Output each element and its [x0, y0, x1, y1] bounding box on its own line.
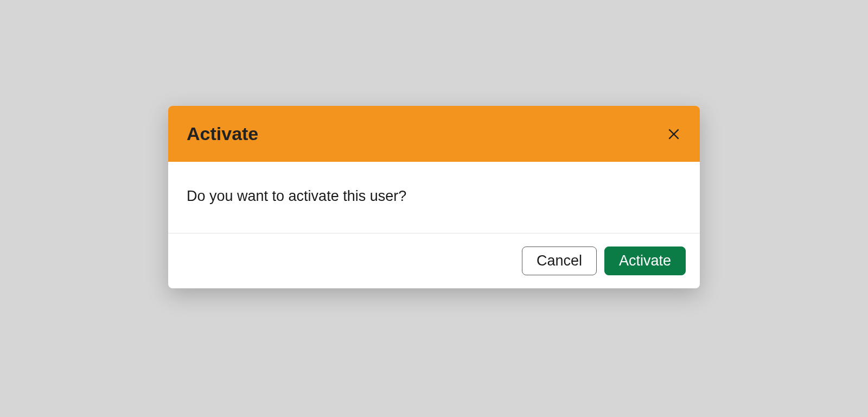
dialog-header: Activate: [168, 106, 700, 162]
confirmation-dialog: Activate Do you want to activate this us…: [168, 106, 700, 288]
dialog-title: Activate: [187, 123, 258, 144]
activate-button[interactable]: Activate: [604, 247, 686, 275]
close-button[interactable]: [666, 127, 681, 142]
dialog-message: Do you want to activate this user?: [187, 188, 681, 205]
dialog-body: Do you want to activate this user?: [168, 162, 700, 233]
cancel-button[interactable]: Cancel: [522, 247, 597, 275]
close-icon: [667, 127, 681, 141]
dialog-footer: Cancel Activate: [168, 233, 700, 288]
